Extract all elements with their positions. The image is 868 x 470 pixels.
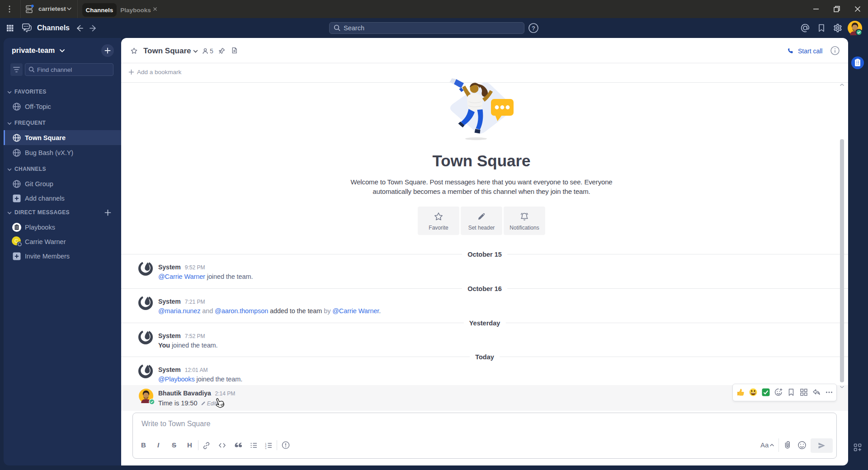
svg-text:?: ?: [532, 25, 535, 32]
svg-text:3: 3: [265, 447, 267, 450]
